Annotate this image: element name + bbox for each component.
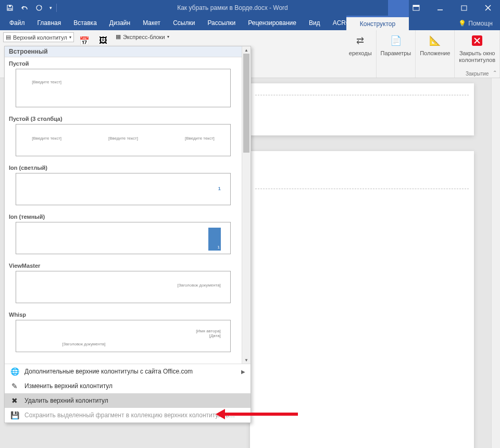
gallery-item-whisp[interactable]: Whisp [Заголовок документа] [Имя автора]… (5, 308, 242, 357)
window-title: Как убрать рамки в Ворде.docx - Word (61, 4, 404, 11)
page-1[interactable] (250, 83, 474, 135)
page-2[interactable] (250, 151, 474, 448)
entry-title: ViewMaster (9, 263, 238, 269)
vertical-scrollbar[interactable] (491, 78, 500, 448)
page-number: 1 (217, 245, 219, 250)
entry-title: Пустой (3 столбца) (9, 116, 238, 122)
menu-label: Удалить верхний колонтитул (24, 397, 108, 404)
placeholder-text: [Дата] (196, 333, 221, 338)
header-gallery-dropdown: Встроенный Пустой [Введите текст] Пустой… (4, 46, 251, 423)
menu-label: Дополнительные верхние колонтитулы с сай… (24, 368, 193, 375)
minimize-button[interactable] (428, 0, 452, 16)
annotation-arrow (220, 413, 298, 416)
contextual-tab-label (388, 0, 409, 16)
gallery-scrollbar[interactable]: ▲ ▼ (242, 46, 251, 364)
title-bar: ▾ Как убрать рамки в Ворде.docx - Word (0, 0, 500, 16)
tab-references[interactable]: Ссылки (167, 16, 201, 30)
menu-more-office[interactable]: 🌐 Дополнительные верхние колонтитулы с с… (5, 364, 251, 379)
transitions-icon: ⇄ (352, 32, 369, 49)
window-controls (404, 0, 500, 16)
scroll-thumb[interactable] (243, 54, 249, 153)
dark-accent: 1 (208, 228, 221, 251)
chevron-down-icon: ▾ (69, 35, 71, 40)
qat-customize[interactable]: ▾ (47, 1, 54, 15)
tab-constructor[interactable]: Конструктор (346, 16, 409, 30)
tab-home[interactable]: Главная (31, 16, 68, 30)
preview: [Введите текст] (16, 69, 231, 107)
position-label: Положение (420, 50, 450, 57)
transitions-label: ереходы (349, 50, 372, 57)
scroll-up[interactable]: ▲ (242, 46, 251, 54)
tab-review[interactable]: Рецензирование (242, 16, 303, 30)
menu-remove-header[interactable]: ✖ Удалить верхний колонтитул (5, 393, 251, 408)
menu-label: Сохранить выделенный фрагмент в коллекци… (24, 412, 235, 419)
placeholder-text: [Имя автора] (196, 329, 221, 333)
express-blocks-button[interactable]: ▦ Экспресс-блоки ▾ (114, 32, 171, 41)
header-boundary (255, 95, 469, 95)
menu-edit-header[interactable]: ✎ Изменить верхний колонтитул (5, 379, 251, 393)
tab-layout[interactable]: Макет (136, 16, 167, 30)
placeholder-text: [Заголовок документа] (178, 283, 221, 288)
tab-mailings[interactable]: Рассылки (201, 16, 242, 30)
undo-button[interactable] (18, 1, 31, 15)
gallery-item-empty[interactable]: Пустой [Введите текст] (5, 57, 242, 113)
gallery-item-empty-3col[interactable]: Пустой (3 столбца) [Введите текст] [Введ… (5, 113, 242, 161)
bulb-icon: 💡 (458, 20, 466, 27)
page-number: 1 (218, 186, 221, 191)
group-position[interactable]: 📐 Положение (416, 30, 455, 78)
preview: [Заголовок документа] [Имя автора] [Дата… (16, 320, 231, 352)
params-label: Параметры (381, 50, 411, 57)
menu-label: Изменить верхний колонтитул (24, 382, 113, 390)
close-button[interactable] (476, 0, 500, 16)
placeholder-text: [Введите текст] (185, 136, 215, 141)
scroll-down[interactable]: ▼ (242, 356, 251, 364)
svg-rect-6 (461, 6, 467, 10)
group-transitions[interactable]: ⇄ ереходы (345, 30, 377, 78)
quick-access-toolbar: ▾ (0, 1, 61, 15)
save-selection-icon: 💾 (10, 410, 19, 420)
preview: 1 (16, 222, 231, 254)
page-icon: ▤ (6, 34, 11, 41)
header-dropdown-label: Верхний колонтитул (13, 34, 67, 41)
close-x-icon (469, 32, 485, 49)
svg-rect-4 (413, 5, 419, 7)
svg-rect-0 (8, 8, 11, 10)
position-icon: 📐 (427, 32, 443, 49)
gallery-item-ion-dark[interactable]: Ion (темный) 1 (5, 210, 242, 259)
preview: 1 (16, 173, 231, 205)
chevron-right-icon: ▶ (241, 369, 245, 375)
remove-icon: ✖ (10, 396, 19, 405)
gallery-item-viewmaster[interactable]: ViewMaster [Заголовок документа] (5, 259, 242, 308)
gallery-item-ion-light[interactable]: Ion (светлый) 1 (5, 161, 242, 210)
entry-title: Whisp (9, 312, 238, 318)
placeholder-text: [Введите текст] (32, 80, 61, 84)
svg-point-2 (36, 5, 42, 10)
placeholder-text: [Заголовок документа] (62, 342, 105, 346)
close-hf-label: Закрыть окно колонтитулов (459, 50, 495, 63)
chevron-down-icon: ▾ (167, 34, 169, 39)
header-dropdown-button[interactable]: ▤ Верхний колонтитул ▾ (3, 32, 74, 42)
tab-design[interactable]: Дизайн (103, 16, 136, 30)
svg-rect-1 (9, 5, 11, 7)
tab-view[interactable]: Вид (303, 16, 327, 30)
tell-me-label: Помощн (468, 20, 493, 27)
tab-insert[interactable]: Вставка (67, 16, 103, 30)
save-button[interactable] (3, 1, 17, 15)
tell-me[interactable]: 💡Помощн (451, 17, 500, 30)
entry-title: Ion (светлый) (9, 165, 238, 171)
preview: [Заголовок документа] (16, 271, 231, 303)
maximize-button[interactable] (452, 0, 476, 16)
preview: [Введите текст] [Введите текст] [Введите… (16, 124, 231, 156)
entry-title: Ion (темный) (9, 214, 238, 220)
office-icon: 🌐 (10, 367, 19, 376)
group-caption-close: Закрытие (466, 71, 489, 77)
placeholder-text: [Введите текст] (32, 136, 61, 141)
ribbon-tabs: Файл Главная Вставка Дизайн Макет Ссылки… (0, 16, 500, 30)
collapse-ribbon[interactable]: ⌃ (493, 70, 497, 76)
redo-button[interactable] (32, 1, 46, 15)
tab-file[interactable]: Файл (3, 16, 31, 30)
qat-separator (56, 4, 57, 12)
placeholder-text: [Введите текст] (108, 136, 138, 141)
params-icon: 📄 (388, 32, 404, 49)
group-parameters[interactable]: 📄 Параметры (377, 30, 416, 78)
